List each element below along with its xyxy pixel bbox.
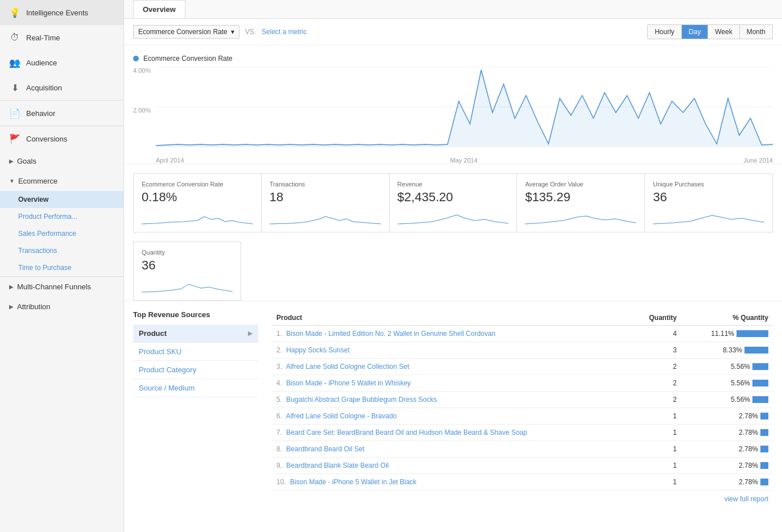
sidebar-time-to-purchase[interactable]: Time to Purchase [0, 259, 123, 276]
col-quantity: Quantity [631, 310, 681, 326]
sidebar-product-performance[interactable]: Product Performa... [0, 208, 123, 225]
product-name-cell: 6. Alfred Lane Solid Cologne - Bravado [272, 408, 631, 425]
product-link[interactable]: Beard Care Set: BeardBrand Beard Oil and… [286, 429, 527, 437]
product-link[interactable]: Bugatchi Abstract Grape Bubblegum Dress … [286, 396, 437, 404]
product-link[interactable]: Alfred Lane Solid Cologne - Bravado [286, 412, 397, 420]
metric-card-avg-order: Average Order Value $135.29 [516, 173, 644, 232]
multi-channel-label: Multi-Channel Funnels [17, 282, 91, 291]
day-button[interactable]: Day [682, 25, 708, 39]
rev-source-product[interactable]: Product ▶ [133, 325, 258, 343]
sidebar-goals-expand[interactable]: ▶ Goals [0, 151, 123, 171]
week-button[interactable]: Week [708, 25, 739, 39]
view-full-report[interactable]: view full report [272, 491, 773, 508]
table-row: 7. Beard Care Set: BeardBrand Beard Oil … [272, 425, 773, 441]
metric-value: $135.29 [525, 190, 636, 205]
sidebar-ecommerce-expand[interactable]: ▼ Ecommerce [0, 171, 123, 191]
pct-cell: 5.56% [681, 375, 773, 392]
metric-value: 18 [270, 190, 381, 205]
revenue-sources-title: Top Revenue Sources [133, 310, 258, 319]
sidebar-item-label: Conversions [26, 135, 67, 143]
sidebar-item-audience[interactable]: 👥 Audience [0, 50, 123, 75]
rank-label: 3. [276, 363, 282, 371]
product-link[interactable]: Bison Made - iPhone 5 Wallet in Whiskey [286, 379, 411, 387]
pct-bar [760, 446, 768, 452]
product-name-cell: 8. Beardbrand Beard Oil Set [272, 441, 631, 458]
rev-source-medium[interactable]: Source / Medium [133, 379, 258, 397]
quantity-cell: 1 [631, 425, 681, 441]
tab-overview[interactable]: Overview [133, 0, 185, 18]
product-link[interactable]: Happy Socks Sunset [286, 346, 349, 354]
expand-arrow-icon: ▶ [9, 284, 14, 290]
product-link[interactable]: Bison Made - iPhone 5 Wallet in Jet Blac… [290, 478, 416, 486]
sidebar-attribution[interactable]: ▶ Attribution [0, 297, 123, 317]
pct-cell: 11.11% [681, 326, 773, 342]
sidebar-overview[interactable]: Overview [0, 191, 123, 208]
pct-cell: 2.78% [681, 408, 773, 425]
pct-value: 2.78% [739, 478, 758, 486]
sidebar-multi-channel[interactable]: ▶ Multi-Channel Funnels [0, 276, 123, 297]
sidebar-item-intelligence[interactable]: 💡 Intelligence Events [0, 0, 123, 25]
sidebar-sales-performance[interactable]: Sales Performance [0, 225, 123, 242]
expand-arrow-icon: ▶ [9, 158, 14, 164]
table-row: 3. Alfred Lane Solid Cologne Collection … [272, 359, 773, 375]
pct-value: 2.78% [739, 462, 758, 469]
pct-bar [760, 429, 768, 436]
tab-bar: Overview [124, 0, 782, 19]
pct-cell: 2.78% [681, 474, 773, 491]
pct-cell: 8.33% [681, 342, 773, 359]
table-row: 1. Bison Made - Limited Edition No. 2 Wa… [272, 326, 773, 342]
pct-cell: 2.78% [681, 458, 773, 474]
sidebar-item-conversions[interactable]: 🚩 Conversions [0, 126, 123, 151]
pct-bar [760, 462, 768, 469]
rev-source-label: Product [139, 329, 167, 338]
pct-cell: 5.56% [681, 359, 773, 375]
pct-cell: 2.78% [681, 425, 773, 441]
sidebar-item-label: Acquisition [26, 84, 62, 92]
table-row: 9. Beardbrand Blank Slate Beard Oil 1 2.… [272, 458, 773, 474]
quantity-cell: 2 [631, 375, 681, 392]
audience-icon: 👥 [9, 57, 20, 68]
product-link[interactable]: Alfred Lane Solid Cologne Collection Set [286, 363, 409, 371]
product-link[interactable]: Beardbrand Blank Slate Beard Oil [286, 462, 388, 469]
table-row: 8. Beardbrand Beard Oil Set 1 2.78% [272, 441, 773, 458]
sidebar-item-realtime[interactable]: ⏱ Real-Time [0, 25, 123, 50]
table-row: 4. Bison Made - iPhone 5 Wallet in Whisk… [272, 375, 773, 392]
quantity-cell: 4 [631, 326, 681, 342]
chart-wrapper: 4.00% 2.00% April 2014 May 2014 [133, 67, 773, 164]
bottom-section: Top Revenue Sources Product ▶ Product SK… [124, 301, 782, 517]
product-link[interactable]: Bison Made - Limited Edition No. 2 Walle… [286, 330, 495, 338]
rank-label: 7. [276, 429, 282, 437]
attribution-label: Attribution [17, 302, 51, 311]
product-link[interactable]: Beardbrand Beard Oil Set [286, 445, 364, 453]
rank-label: 5. [276, 396, 282, 404]
hourly-button[interactable]: Hourly [648, 25, 682, 39]
metric-title: Unique Purchases [653, 181, 764, 188]
metric-dropdown[interactable]: Ecommerce Conversion Rate ▾ [133, 25, 239, 39]
view-full-report-link[interactable]: view full report [725, 495, 768, 503]
pct-value: 5.56% [731, 396, 750, 404]
sidebar-item-acquisition[interactable]: ⬇ Acquisition [0, 75, 123, 100]
sidebar-transactions[interactable]: Transactions [0, 242, 123, 259]
sales-perf-label: Sales Performance [18, 230, 76, 238]
quantity-cell: 1 [631, 408, 681, 425]
month-button[interactable]: Month [740, 25, 772, 39]
chart-legend: Ecommerce Conversion Rate [133, 55, 773, 63]
rev-source-sku[interactable]: Product SKU [133, 343, 258, 361]
pct-bar [744, 347, 768, 354]
pct-cell: 2.78% [681, 441, 773, 458]
rank-label: 1. [276, 330, 282, 338]
pct-bar [752, 396, 768, 403]
product-name-cell: 3. Alfred Lane Solid Cologne Collection … [272, 359, 631, 375]
rank-label: 2. [276, 346, 282, 354]
select-metric-link[interactable]: Select a metric [262, 28, 307, 36]
product-table: Product Quantity % Quantity 1. Bison Mad… [272, 310, 773, 491]
metric-card-unique-purchases: Unique Purchases 36 [644, 173, 773, 232]
rev-source-category[interactable]: Product Category [133, 361, 258, 379]
transactions-label: Transactions [18, 247, 57, 255]
table-row: 2. Happy Socks Sunset 3 8.33% [272, 342, 773, 359]
sidebar-item-behavior[interactable]: 📄 Behavior [0, 100, 123, 126]
rank-label: 10. [276, 478, 286, 486]
col-pct-quantity: % Quantity [681, 310, 773, 326]
rev-source-label: Source / Medium [139, 384, 195, 392]
pct-value: 2.78% [739, 412, 758, 420]
